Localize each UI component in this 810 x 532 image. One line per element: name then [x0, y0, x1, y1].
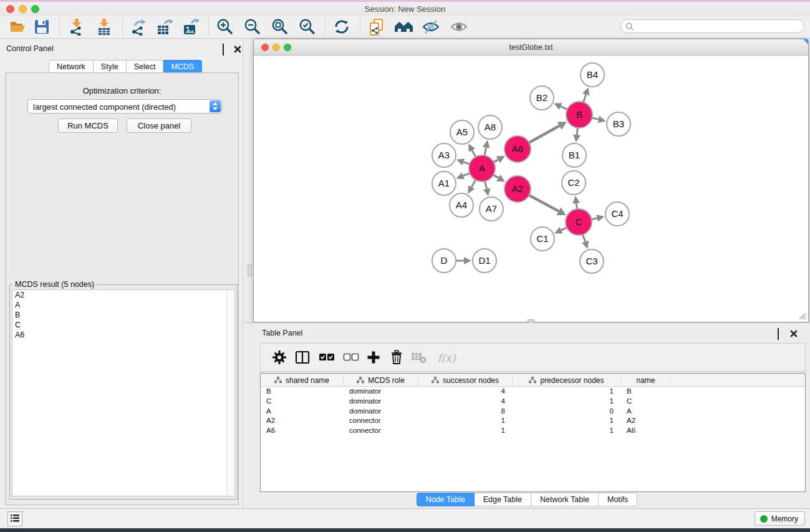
tab-motifs[interactable]: Motifs [599, 493, 637, 506]
column-header-label: name [636, 376, 655, 385]
table-cell: B [621, 387, 671, 397]
panel-splitter-handle[interactable] [248, 264, 252, 276]
import-network-button[interactable] [67, 18, 86, 37]
memory-button[interactable]: Memory [755, 511, 805, 526]
graph-edge-B-B2[interactable] [561, 107, 567, 110]
float-table-panel-icon[interactable] [778, 329, 786, 337]
table-cell: connector [344, 416, 418, 426]
table-cell: dominator [344, 397, 418, 407]
tab-edge-table[interactable]: Edge Table [475, 493, 531, 506]
edge-arrowhead [598, 116, 606, 123]
column-header-filler [671, 374, 805, 387]
graph-edge-B-B4[interactable] [584, 94, 586, 102]
delete-column-button[interactable] [388, 350, 405, 366]
graph-edge-A-A3[interactable] [463, 162, 470, 164]
table-settings-button[interactable] [271, 350, 288, 366]
graph-edge-C-C4[interactable] [592, 218, 597, 220]
graph-edge-A6-B[interactable] [529, 126, 559, 143]
result-item[interactable]: A6 [12, 330, 226, 340]
column-header-successor-nodes[interactable]: successor nodes [418, 374, 513, 387]
run-mcds-button[interactable]: Run MCDS [58, 118, 118, 133]
table-panel-tabs: Node TableEdge TableNetwork TableMotifs [244, 493, 810, 506]
create-column-button[interactable] [365, 350, 382, 366]
table-row[interactable]: Adominator80A [261, 407, 805, 417]
split-table-button[interactable] [294, 350, 311, 366]
graph-edge-A-A2[interactable] [493, 175, 498, 178]
resize-grip-icon[interactable] [798, 312, 806, 320]
home-view-button[interactable] [394, 18, 413, 37]
result-list-scrollbar[interactable] [226, 289, 235, 496]
table-toolbar: f(x) [260, 343, 806, 372]
float-panel-icon[interactable] [223, 44, 231, 52]
close-panel-button[interactable]: Close panel [127, 118, 191, 133]
table-row[interactable]: A6connector11A6 [261, 426, 805, 436]
refresh-button[interactable] [332, 18, 351, 37]
open-session-button[interactable] [8, 18, 27, 37]
close-panel-icon[interactable] [234, 44, 243, 52]
graph-edge-A2-C[interactable] [529, 195, 558, 211]
hide-graphics-button[interactable] [422, 18, 440, 37]
table-row[interactable]: A2connector11A2 [261, 416, 805, 426]
graph-edge-A-A1[interactable] [463, 173, 470, 176]
graph-edge-A-A6[interactable] [493, 160, 498, 162]
zoom-fit-button[interactable] [271, 18, 289, 37]
table-row[interactable]: Cdominator41C [261, 397, 805, 407]
export-network-button[interactable] [129, 18, 148, 37]
tab-network-table[interactable]: Network Table [531, 493, 599, 506]
column-header-label: MCDS role [368, 376, 405, 385]
import-table-button[interactable] [95, 18, 113, 37]
control-panel-title: Control Panel [6, 44, 54, 53]
graph-edge-C-C1[interactable] [561, 228, 567, 230]
search-input[interactable] [637, 21, 799, 32]
graph-edge-A-A5[interactable] [472, 150, 476, 157]
delete-table-button[interactable] [410, 350, 428, 366]
column-header-MCDS-role[interactable]: MCDS role [344, 374, 418, 387]
graph-node-label: C3 [586, 256, 597, 266]
tab-select[interactable]: Select [127, 60, 164, 73]
hide-all-columns-button[interactable] [342, 350, 360, 366]
table-cell: 0 [513, 407, 621, 417]
checked-boxes-icon [319, 353, 335, 362]
table-cell: dominator [344, 407, 418, 417]
result-item[interactable]: B [12, 310, 226, 320]
close-table-panel-icon[interactable] [790, 329, 799, 337]
column-header-predecessor-nodes[interactable]: predecessor nodes [513, 374, 621, 387]
result-item[interactable]: A [12, 300, 226, 310]
tab-style[interactable]: Style [94, 60, 127, 73]
show-graphics-button[interactable] [450, 18, 468, 37]
column-header-shared-name[interactable]: shared name [261, 374, 344, 387]
mcds-result-title: MCDS result (5 nodes) [12, 280, 97, 289]
graph-edge-B-B3[interactable] [592, 118, 598, 119]
desktop-strip-bottom [0, 528, 810, 532]
graph-edge-A-A8[interactable] [485, 147, 486, 155]
graph-edge-C-C2[interactable] [576, 203, 577, 209]
zoom-out-button[interactable] [243, 18, 262, 37]
zoom-in-icon [216, 18, 234, 36]
graph-edge-C-C3[interactable] [583, 235, 586, 242]
save-session-button[interactable] [32, 18, 51, 37]
show-all-columns-button[interactable] [318, 350, 335, 366]
column-header-name[interactable]: name [621, 374, 671, 387]
edge-arrowhead [572, 196, 580, 204]
optimization-criterion-select[interactable]: largest connected component (directed) [27, 99, 222, 114]
function-builder-button[interactable]: f(x) [434, 350, 459, 366]
zoom-selected-button[interactable] [298, 18, 317, 37]
network-graph[interactable]: B4B2BB3A8A5A6A3B1AA1C2A2A4A7C4CC1C3DD1 [254, 56, 808, 322]
table-row[interactable]: Bdominator41B [261, 387, 805, 397]
zoom-in-button[interactable] [216, 18, 234, 37]
graph-edge-A-A7[interactable] [485, 181, 487, 188]
tab-mcds[interactable]: MCDS [163, 60, 202, 73]
tab-node-table[interactable]: Node Table [417, 493, 475, 506]
graph-node-label: B4 [587, 69, 598, 80]
clone-network-button[interactable] [368, 18, 387, 37]
graph-edge-A-A4[interactable] [471, 180, 476, 187]
tab-network[interactable]: Network [49, 60, 94, 73]
result-item[interactable]: C [12, 320, 226, 330]
export-image-button[interactable] [181, 18, 200, 37]
status-bar: Memory [0, 508, 810, 528]
task-history-button[interactable] [7, 511, 22, 526]
zoom-fit-icon [271, 18, 289, 36]
result-item[interactable]: A2 [12, 290, 226, 300]
graph-edge-B-B1[interactable] [577, 128, 577, 135]
export-table-button[interactable] [155, 18, 174, 37]
